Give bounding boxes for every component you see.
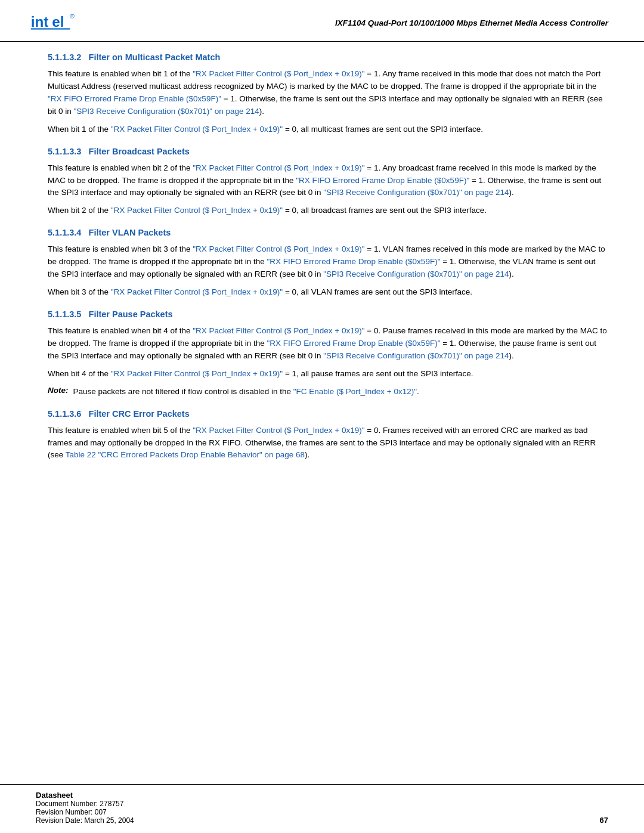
svg-text:®: ®	[70, 13, 75, 20]
svg-rect-3	[31, 28, 70, 29]
link-rx-filter-5113-2[interactable]: "RX Packet Filter Control ($ Port_Index …	[111, 206, 283, 215]
main-content: 5.1.1.3.2 Filter on Multicast Packet Mat…	[0, 47, 644, 484]
page-header: int el ® IXF1104 Quad-Port 10/100/1000 M…	[0, 0, 644, 42]
link-rx-filter-5113-1[interactable]: "RX Packet Filter Control ($ Port_Index …	[193, 163, 364, 172]
svg-text:int: int	[31, 14, 49, 30]
section-5113-para2: When bit 2 of the "RX Packet Filter Cont…	[48, 205, 608, 217]
section-number-5113: 5.1.1.3.3	[48, 147, 81, 156]
link-spi3-5113[interactable]: "SPI3 Receive Configuration ($0x701)" on…	[323, 188, 509, 197]
section-5113: 5.1.1.3.3 Filter Broadcast Packets This …	[48, 147, 608, 218]
intel-logo-svg: int el ®	[30, 11, 76, 33]
link-rx-filter-5112-1[interactable]: "RX Packet Filter Control ($ Port_Index …	[193, 69, 364, 78]
section-heading-5115: 5.1.1.3.5 Filter Pause Packets	[48, 309, 608, 319]
footer-left: Datasheet Document Number: 278757 Revisi…	[36, 791, 134, 825]
section-title-5112: Filter on Multicast Packet Match	[89, 52, 221, 62]
section-5116: 5.1.1.3.6 Filter CRC Error Packets This …	[48, 409, 608, 462]
link-rx-fifo-5113[interactable]: "RX FIFO Errored Frame Drop Enable ($0x5…	[296, 176, 469, 185]
section-number-5116: 5.1.1.3.6	[48, 409, 81, 419]
intel-logo: int el ®	[30, 11, 76, 35]
footer-page-number: 67	[600, 816, 608, 825]
section-5113-para1: This feature is enabled when bit 2 of th…	[48, 162, 608, 200]
section-5115-para1: This feature is enabled when bit 4 of th…	[48, 325, 608, 363]
note-row-5115: Note: Pause packets are not filtered if …	[48, 386, 608, 398]
section-5114-para1: This feature is enabled when bit 3 of th…	[48, 243, 608, 281]
section-heading-5116: 5.1.1.3.6 Filter CRC Error Packets	[48, 409, 608, 419]
section-5112-para1: This feature is enabled when bit 1 of th…	[48, 68, 608, 118]
footer-datasheet-label: Datasheet	[36, 791, 134, 800]
link-spi3-5114[interactable]: "SPI3 Receive Configuration ($0x701)" on…	[323, 270, 509, 278]
section-title-5115: Filter Pause Packets	[89, 309, 173, 319]
section-title-5116: Filter CRC Error Packets	[89, 409, 190, 419]
section-heading-5113: 5.1.1.3.3 Filter Broadcast Packets	[48, 147, 608, 156]
header-title: IXF1104 Quad-Port 10/100/1000 Mbps Ether…	[335, 18, 608, 27]
link-rx-filter-5115-2[interactable]: "RX Packet Filter Control ($ Port_Index …	[111, 369, 283, 378]
section-5115-para2: When bit 4 of the "RX Packet Filter Cont…	[48, 368, 608, 380]
link-spi3-5112[interactable]: "SPI3 Receive Configuration ($0x701)" on…	[74, 107, 259, 116]
section-5114-para2: When bit 3 of the "RX Packet Filter Cont…	[48, 286, 608, 299]
page: int el ® IXF1104 Quad-Port 10/100/1000 M…	[0, 0, 644, 833]
link-rx-fifo-5112[interactable]: "RX FIFO Errored Frame Drop Enable ($0x5…	[48, 94, 221, 103]
link-table22-5116[interactable]: Table 22 "CRC Errored Packets Drop Enabl…	[66, 450, 305, 459]
link-rx-filter-5115-1[interactable]: "RX Packet Filter Control ($ Port_Index …	[193, 326, 364, 335]
footer-revision-number: Revision Number: 007	[36, 808, 134, 816]
section-number-5114: 5.1.1.3.4	[48, 228, 81, 237]
section-5115: 5.1.1.3.5 Filter Pause Packets This feat…	[48, 309, 608, 398]
section-5112: 5.1.1.3.2 Filter on Multicast Packet Mat…	[48, 52, 608, 136]
link-rx-filter-5114-2[interactable]: "RX Packet Filter Control ($ Port_Index …	[111, 287, 283, 296]
link-rx-filter-5114-1[interactable]: "RX Packet Filter Control ($ Port_Index …	[193, 244, 364, 253]
section-heading-5112: 5.1.1.3.2 Filter on Multicast Packet Mat…	[48, 52, 608, 62]
section-heading-5114: 5.1.1.3.4 Filter VLAN Packets	[48, 228, 608, 237]
link-rx-fifo-5114[interactable]: "RX FIFO Errored Frame Drop Enable ($0x5…	[267, 257, 441, 266]
section-title-5113: Filter Broadcast Packets	[89, 147, 190, 156]
page-footer: Datasheet Document Number: 278757 Revisi…	[0, 784, 644, 833]
link-rx-filter-5112-2[interactable]: "RX Packet Filter Control ($ Port_Index …	[111, 125, 283, 134]
svg-text:el: el	[52, 14, 64, 30]
note-text-5115: Pause packets are not filtered if flow c…	[73, 386, 419, 398]
footer-doc-number: Document Number: 278757	[36, 800, 134, 808]
section-title-5114: Filter VLAN Packets	[89, 228, 171, 237]
section-5112-para2: When bit 1 of the "RX Packet Filter Cont…	[48, 123, 608, 136]
section-5114: 5.1.1.3.4 Filter VLAN Packets This featu…	[48, 228, 608, 299]
section-5116-para1: This feature is enabled when bit 5 of th…	[48, 425, 608, 462]
link-fc-enable-5115[interactable]: "FC Enable ($ Port_Index + 0x12)"	[293, 387, 417, 396]
section-number-5112: 5.1.1.3.2	[48, 52, 81, 62]
note-label-5115: Note:	[48, 386, 69, 398]
link-spi3-5115[interactable]: "SPI3 Receive Configuration ($0x701)" on…	[323, 351, 509, 360]
footer-revision-date: Revision Date: March 25, 2004	[36, 816, 134, 825]
section-number-5115: 5.1.1.3.5	[48, 309, 81, 319]
link-rx-fifo-5115[interactable]: "RX FIFO Errored Frame Drop Enable ($0x5…	[267, 339, 441, 348]
link-rx-filter-5116-1[interactable]: "RX Packet Filter Control ($ Port_Index …	[193, 426, 364, 435]
